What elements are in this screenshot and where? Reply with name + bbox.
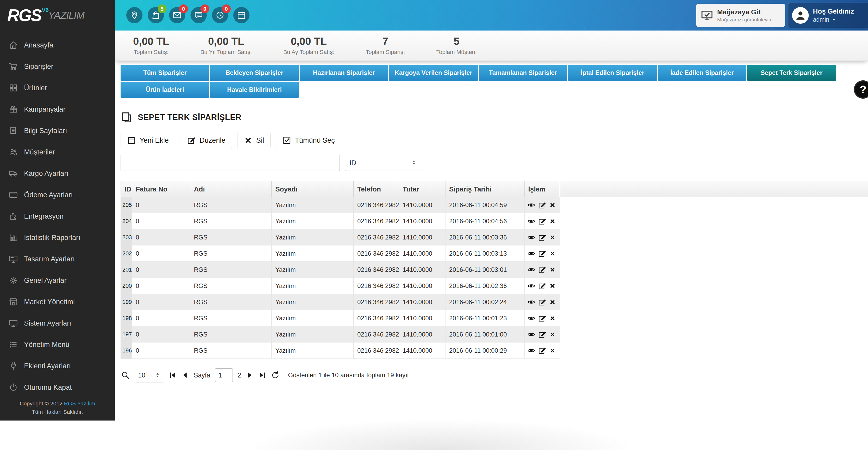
eye-icon[interactable] bbox=[527, 217, 535, 225]
column-header[interactable]: Telefon bbox=[353, 181, 399, 197]
table-row[interactable]: 202 0 RGS Yazılım 0216 346 2982 1410.000… bbox=[121, 246, 560, 262]
search-input[interactable] bbox=[121, 155, 340, 171]
edit-icon[interactable] bbox=[538, 249, 547, 258]
delete-icon[interactable] bbox=[549, 218, 556, 225]
eye-icon[interactable] bbox=[527, 282, 535, 290]
username-dropdown[interactable]: admin bbox=[813, 16, 854, 23]
topbar-icon-button[interactable]: 0 bbox=[169, 7, 185, 23]
filter-field-select[interactable]: ID bbox=[345, 155, 421, 171]
column-header[interactable]: İşlem bbox=[525, 181, 559, 197]
column-header[interactable]: Fatura No bbox=[132, 181, 190, 197]
delete-icon[interactable] bbox=[549, 299, 556, 306]
topbar-icon-button[interactable] bbox=[126, 7, 143, 23]
table-row[interactable]: 205 0 RGS Yazılım 0216 346 2982 1410.000… bbox=[121, 197, 560, 213]
edit-icon[interactable] bbox=[538, 233, 547, 242]
topbar-icon-button[interactable]: 5 bbox=[148, 7, 164, 23]
sidebar-item[interactable]: Yönetim Menü bbox=[0, 334, 115, 355]
column-header[interactable]: Tutar bbox=[399, 181, 445, 197]
search-icon[interactable] bbox=[121, 371, 130, 380]
edit-icon[interactable] bbox=[538, 330, 547, 339]
page-number-link[interactable]: 2 bbox=[238, 372, 241, 379]
toolbar-button[interactable]: Düzenle bbox=[181, 133, 232, 148]
delete-icon[interactable] bbox=[549, 315, 556, 322]
edit-icon[interactable] bbox=[538, 217, 547, 225]
eye-icon[interactable] bbox=[527, 347, 535, 355]
delete-icon[interactable] bbox=[549, 283, 556, 289]
delete-icon[interactable] bbox=[549, 234, 556, 241]
eye-icon[interactable] bbox=[527, 201, 535, 209]
sidebar-item[interactable]: Kargo Ayarları bbox=[0, 163, 115, 184]
page-first-icon[interactable] bbox=[168, 371, 177, 379]
sidebar-item[interactable]: Kampanyalar bbox=[0, 99, 115, 120]
toolbar-button[interactable]: Sil bbox=[237, 133, 271, 148]
topbar-icon-button[interactable]: 0 bbox=[190, 7, 207, 23]
tab-button[interactable]: Bekleyen Siparişler bbox=[210, 65, 299, 81]
page-size-select[interactable]: 10 bbox=[135, 368, 164, 382]
column-header[interactable]: Adı bbox=[190, 181, 272, 197]
tab-button[interactable]: Sepet Terk Siparişler bbox=[747, 65, 836, 81]
topbar-icon-button[interactable] bbox=[233, 7, 249, 23]
edit-icon[interactable] bbox=[538, 282, 547, 290]
user-menu[interactable]: Hoş Geldiniz admin bbox=[788, 3, 868, 28]
table-row[interactable]: 201 0 RGS Yazılım 0216 346 2982 1410.000… bbox=[121, 262, 560, 278]
delete-icon[interactable] bbox=[549, 250, 556, 257]
tab-button[interactable]: İade Edilen Siparişler bbox=[658, 65, 746, 81]
table-row[interactable]: 200 0 RGS Yazılım 0216 346 2982 1410.000… bbox=[121, 278, 560, 294]
edit-icon[interactable] bbox=[538, 347, 547, 355]
table-row[interactable]: 198 0 RGS Yazılım 0216 346 2982 1410.000… bbox=[121, 310, 560, 326]
sidebar-item[interactable]: Ürünler bbox=[0, 77, 115, 99]
edit-icon[interactable] bbox=[538, 298, 547, 306]
page-last-icon[interactable] bbox=[258, 371, 266, 379]
sidebar-item[interactable]: Siparişler bbox=[0, 56, 115, 77]
table-row[interactable]: 196 0 RGS Yazılım 0216 346 2982 1410.000… bbox=[121, 343, 560, 359]
sidebar-item[interactable]: Bilgi Sayfaları bbox=[0, 120, 115, 141]
delete-icon[interactable] bbox=[549, 266, 556, 273]
toolbar-button[interactable]: Tümünü Seç bbox=[276, 133, 341, 148]
sidebar-item[interactable]: Oturumu Kapat bbox=[0, 377, 115, 398]
copyright-brand-link[interactable]: RGS Yazılım bbox=[64, 400, 95, 407]
toolbar-button[interactable]: Yeni Ekle bbox=[121, 133, 175, 148]
page-prev-icon[interactable] bbox=[181, 371, 189, 379]
topbar-icon-button[interactable]: 0 bbox=[212, 7, 228, 23]
tab-button[interactable]: Havale Bildirimleri bbox=[210, 82, 299, 98]
eye-icon[interactable] bbox=[527, 265, 535, 274]
tab-button[interactable]: Hazırlanan Siparişler bbox=[300, 65, 388, 81]
current-page-input[interactable] bbox=[215, 368, 233, 382]
sidebar-item[interactable]: Genel Ayarlar bbox=[0, 270, 115, 291]
eye-icon[interactable] bbox=[527, 330, 535, 339]
eye-icon[interactable] bbox=[527, 298, 535, 306]
sidebar-item[interactable]: Sistem Ayarları bbox=[0, 313, 115, 334]
sidebar-item[interactable]: Anasayfa bbox=[0, 34, 115, 56]
tab-button[interactable]: Tüm Siparişler bbox=[121, 65, 209, 81]
sidebar-item[interactable]: Eklenti Ayarları bbox=[0, 355, 115, 377]
sidebar-item[interactable]: İstatistik Raporları bbox=[0, 227, 115, 248]
sidebar-item[interactable]: Tasarım Ayarları bbox=[0, 248, 115, 270]
sidebar-item[interactable]: Müşteriler bbox=[0, 141, 115, 163]
edit-icon[interactable] bbox=[538, 314, 547, 322]
eye-icon[interactable] bbox=[527, 314, 535, 322]
edit-icon[interactable] bbox=[538, 201, 547, 209]
delete-icon[interactable] bbox=[549, 347, 556, 354]
brand-logo[interactable]: RGSV6YAZILIM bbox=[0, 0, 115, 31]
refresh-icon[interactable] bbox=[271, 371, 280, 380]
sidebar-item[interactable]: Market Yönetimi bbox=[0, 291, 115, 313]
sidebar-item[interactable]: Entegrasyon bbox=[0, 205, 115, 227]
delete-icon[interactable] bbox=[549, 202, 556, 208]
go-to-store-panel[interactable]: Mağazaya Git Mağazanızı görüntüleyin. bbox=[696, 4, 785, 27]
page-next-icon[interactable] bbox=[246, 371, 254, 379]
table-row[interactable]: 203 0 RGS Yazılım 0216 346 2982 1410.000… bbox=[121, 229, 560, 246]
tab-button[interactable]: Tamamlanan Siparişler bbox=[478, 65, 567, 81]
column-header[interactable]: Soyadı bbox=[272, 181, 353, 197]
eye-icon[interactable] bbox=[527, 249, 535, 258]
edit-icon[interactable] bbox=[538, 265, 547, 274]
sidebar-item[interactable]: Ödeme Ayarları bbox=[0, 184, 115, 205]
tab-button[interactable]: İptal Edilen Siparişler bbox=[568, 65, 657, 81]
eye-icon[interactable] bbox=[527, 233, 535, 242]
delete-icon[interactable] bbox=[549, 331, 556, 338]
column-header[interactable]: Sipariş Tarihi bbox=[445, 181, 525, 197]
table-row[interactable]: 197 0 RGS Yazılım 0216 346 2982 1410.000… bbox=[121, 326, 560, 343]
column-header[interactable]: ID bbox=[121, 181, 132, 197]
tab-button[interactable]: Kargoya Verilen Siparişler bbox=[389, 65, 478, 81]
table-row[interactable]: 204 0 RGS Yazılım 0216 346 2982 1410.000… bbox=[121, 213, 560, 229]
table-row[interactable]: 199 0 RGS Yazılım 0216 346 2982 1410.000… bbox=[121, 294, 560, 310]
